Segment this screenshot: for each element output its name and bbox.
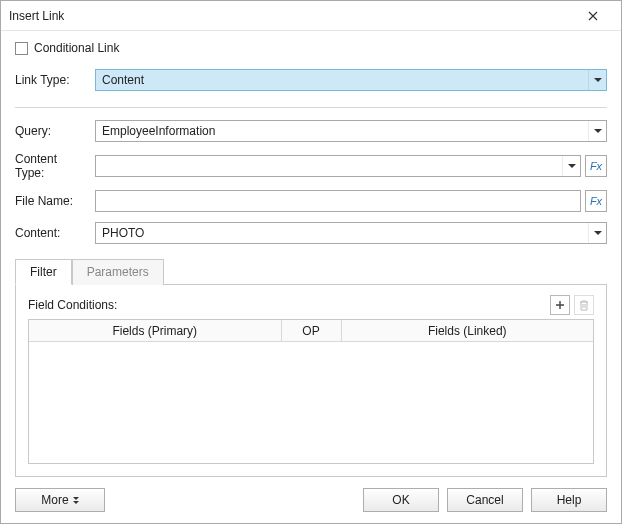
chevron-down-icon bbox=[594, 78, 602, 82]
filter-panel: Field Conditions: Fields (Primary) OP Fi… bbox=[15, 284, 607, 477]
tabstrip: Filter Parameters bbox=[15, 258, 607, 284]
query-caret[interactable] bbox=[588, 121, 606, 141]
chevron-down-icon bbox=[594, 129, 602, 133]
plus-icon bbox=[555, 300, 565, 310]
conditional-link-row: Conditional Link bbox=[15, 41, 607, 55]
link-type-dropdown[interactable]: Content bbox=[95, 69, 607, 91]
conditional-link-checkbox[interactable] bbox=[15, 42, 28, 55]
file-name-row: File Name: Fx bbox=[15, 190, 607, 212]
chevron-down-icon bbox=[568, 164, 576, 168]
content-type-row: Content Type: Fx bbox=[15, 152, 607, 180]
cancel-button-label: Cancel bbox=[466, 493, 503, 507]
content-type-dropdown[interactable] bbox=[95, 155, 581, 177]
fx-icon: Fx bbox=[590, 160, 602, 172]
window-title: Insert Link bbox=[9, 9, 573, 23]
delete-condition-button[interactable] bbox=[574, 295, 594, 315]
close-icon bbox=[588, 11, 598, 21]
content-type-fx-button[interactable]: Fx bbox=[585, 155, 607, 177]
help-button-label: Help bbox=[557, 493, 582, 507]
content-label: Content: bbox=[15, 226, 95, 240]
add-condition-button[interactable] bbox=[550, 295, 570, 315]
insert-link-dialog: Insert Link Conditional Link Link Type: … bbox=[0, 0, 622, 524]
content-type-label: Content Type: bbox=[15, 152, 95, 180]
conditional-link-label: Conditional Link bbox=[34, 41, 119, 55]
query-value: EmployeeInformation bbox=[96, 124, 588, 138]
file-name-fx-button[interactable]: Fx bbox=[585, 190, 607, 212]
query-row: Query: EmployeeInformation bbox=[15, 120, 607, 142]
col-fields-linked: Fields (Linked) bbox=[342, 320, 594, 341]
fx-icon: Fx bbox=[590, 195, 602, 207]
content-dropdown[interactable]: PHOTO bbox=[95, 222, 607, 244]
content-row: Content: PHOTO bbox=[15, 222, 607, 244]
grid-body[interactable] bbox=[29, 342, 593, 463]
query-dropdown[interactable]: EmployeeInformation bbox=[95, 120, 607, 142]
ok-button-label: OK bbox=[392, 493, 409, 507]
content-value: PHOTO bbox=[96, 226, 588, 240]
ok-button[interactable]: OK bbox=[363, 488, 439, 512]
field-conditions-grid: Fields (Primary) OP Fields (Linked) bbox=[28, 319, 594, 464]
col-fields-primary: Fields (Primary) bbox=[29, 320, 282, 341]
more-button[interactable]: More bbox=[15, 488, 105, 512]
titlebar: Insert Link bbox=[1, 1, 621, 31]
content-caret[interactable] bbox=[588, 223, 606, 243]
dialog-body: Conditional Link Link Type: Content Quer… bbox=[1, 31, 621, 477]
file-name-label: File Name: bbox=[15, 194, 95, 208]
query-label: Query: bbox=[15, 124, 95, 138]
section-divider bbox=[15, 107, 607, 108]
close-button[interactable] bbox=[573, 2, 613, 30]
double-chevron-down-icon bbox=[73, 497, 79, 504]
dialog-footer: More OK Cancel Help bbox=[1, 477, 621, 523]
file-name-input[interactable] bbox=[95, 190, 581, 212]
field-conditions-header: Field Conditions: bbox=[28, 295, 594, 315]
more-button-label: More bbox=[41, 493, 68, 507]
grid-header: Fields (Primary) OP Fields (Linked) bbox=[29, 320, 593, 342]
link-type-value: Content bbox=[96, 73, 588, 87]
link-type-row: Link Type: Content bbox=[15, 69, 607, 91]
link-type-label: Link Type: bbox=[15, 73, 95, 87]
chevron-down-icon bbox=[594, 231, 602, 235]
help-button[interactable]: Help bbox=[531, 488, 607, 512]
link-type-caret[interactable] bbox=[588, 70, 606, 90]
cancel-button[interactable]: Cancel bbox=[447, 488, 523, 512]
tab-filter[interactable]: Filter bbox=[15, 259, 72, 285]
trash-icon bbox=[579, 300, 589, 311]
field-conditions-label: Field Conditions: bbox=[28, 298, 117, 312]
tab-parameters[interactable]: Parameters bbox=[72, 259, 164, 285]
content-type-caret[interactable] bbox=[562, 156, 580, 176]
col-op: OP bbox=[282, 320, 342, 341]
